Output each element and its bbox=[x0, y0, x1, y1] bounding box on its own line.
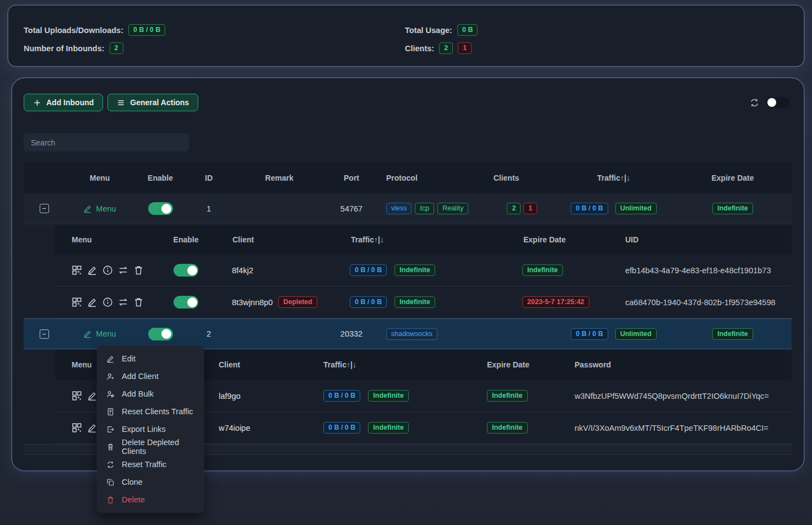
col-expire-date: Expire Date bbox=[508, 235, 610, 244]
edit-icon[interactable] bbox=[87, 265, 98, 275]
traffic-badge: 0 B / 0 B bbox=[323, 390, 360, 402]
edit-icon[interactable] bbox=[87, 423, 98, 433]
col-traffic[interactable]: Traffic↑|↓ bbox=[336, 235, 508, 244]
enable-toggle[interactable] bbox=[148, 202, 173, 215]
menu-item-add-client[interactable]: Add Client bbox=[97, 367, 204, 385]
menu-item-edit[interactable]: Edit bbox=[97, 350, 204, 367]
client-row: 8f4kj2 0 B / 0 B Indefinite Indefinite e… bbox=[55, 255, 792, 286]
menu-item-delete-depleted-clients[interactable]: Delete Depleted Clients bbox=[97, 438, 204, 456]
qr-code-icon[interactable] bbox=[72, 297, 82, 307]
file-reset-icon bbox=[106, 408, 115, 416]
inbound-port: 20332 bbox=[340, 329, 362, 338]
theme-toggle[interactable] bbox=[766, 97, 789, 108]
traffic-limit-badge: Unlimited bbox=[615, 328, 657, 340]
client-table-1: Menu Enable Client Traffic↑|↓ Expire Dat… bbox=[55, 224, 792, 318]
expire-cell: 2023-5-7 17:25:42 bbox=[508, 296, 610, 308]
expire-badge: Indefinite bbox=[712, 328, 753, 340]
menu-item-reset-clients-traffic[interactable]: Reset Clients Traffic bbox=[97, 403, 204, 420]
stat-total-usage: Total Usage: 0 B bbox=[405, 24, 478, 36]
menu-item-delete[interactable]: Delete bbox=[97, 491, 204, 508]
stats-right: Total Usage: 0 B Clients: 2 1 bbox=[405, 24, 478, 55]
inbounds-page: Total Uploads/Downloads: 0 B / 0 B Numbe… bbox=[0, 0, 812, 525]
traffic-cell: 0 B / 0 B Unlimited bbox=[554, 328, 674, 340]
collapse-row-button[interactable]: − bbox=[40, 204, 49, 213]
col-expire-date: Expire Date bbox=[711, 174, 754, 182]
client-password: nkV/I/3XoAm9v6xMT/T5IcrF4TpeTKF98rHARbRo… bbox=[560, 424, 792, 432]
toolbar: Add Inbound General Actions bbox=[24, 94, 789, 111]
transfer-icon[interactable] bbox=[118, 265, 128, 275]
plus-icon bbox=[33, 99, 41, 107]
info-icon[interactable] bbox=[102, 297, 113, 307]
info-icon[interactable] bbox=[102, 265, 113, 275]
inbound-id: 1 bbox=[207, 204, 211, 213]
qr-code-icon[interactable] bbox=[72, 423, 82, 433]
stat-label: Number of Inbounds: bbox=[24, 44, 105, 53]
refresh-icon[interactable] bbox=[750, 98, 759, 107]
user-add-icon bbox=[106, 372, 115, 381]
enable-toggle[interactable] bbox=[148, 328, 173, 340]
client-actions bbox=[55, 265, 154, 275]
client-name: 8f4kj2 bbox=[218, 266, 336, 275]
traffic-badge: 0 B / 0 B bbox=[323, 422, 360, 434]
col-remark: Remark bbox=[265, 174, 293, 182]
client-name: w74ioipe bbox=[204, 424, 308, 432]
col-traffic[interactable]: Traffic↑|↓ bbox=[597, 174, 630, 182]
edit-icon[interactable] bbox=[87, 391, 98, 401]
traffic-badge: 0 B / 0 B bbox=[350, 264, 387, 276]
transfer-icon[interactable] bbox=[118, 297, 128, 307]
enable-toggle[interactable] bbox=[174, 264, 198, 277]
network-tag: tcp bbox=[415, 203, 434, 214]
inbound-row-2: − Menu 2 20332 shadowsocks 0 B / 0 B Unl… bbox=[24, 318, 792, 349]
stat-label: Clients: bbox=[405, 44, 434, 53]
expire-badge: Indefinite bbox=[487, 422, 528, 434]
qr-code-icon[interactable] bbox=[72, 265, 82, 275]
export-icon bbox=[106, 425, 115, 434]
inbound-menu-trigger[interactable]: Menu bbox=[64, 329, 135, 338]
stat-clients: Clients: 2 1 bbox=[405, 42, 478, 55]
clients-count: 2 1 bbox=[507, 203, 537, 214]
expire-cell: Indefinite bbox=[674, 203, 792, 214]
menu-item-export-links[interactable]: Export Links bbox=[97, 420, 204, 438]
col-enable: Enable bbox=[174, 235, 199, 244]
stat-number-of-inbounds: Number of Inbounds: 2 bbox=[24, 42, 165, 55]
client-name-cell: 8t3wjnn8p0 Depleted bbox=[218, 296, 336, 308]
col-traffic[interactable]: Traffic↑|↓ bbox=[308, 360, 472, 369]
menu-item-add-bulk[interactable]: Add Bulk bbox=[97, 385, 204, 403]
stat-label: Total Usage: bbox=[405, 26, 452, 35]
inbound-menu-trigger[interactable]: Menu bbox=[64, 204, 135, 213]
col-client: Client bbox=[218, 235, 336, 244]
delete-icon bbox=[106, 496, 115, 504]
traffic-badge: 0 B / 0 B bbox=[571, 203, 608, 214]
edit-icon[interactable] bbox=[87, 297, 98, 307]
collapse-row-button[interactable]: − bbox=[40, 329, 49, 339]
client-name: 8t3wjnn8p0 bbox=[232, 298, 273, 307]
stat-value-badge: 0 B / 0 B bbox=[128, 24, 165, 36]
protocol-tag: vless bbox=[386, 203, 412, 214]
traffic-cell: 0 B / 0 B Indefinite bbox=[308, 422, 472, 434]
inbound-port: 54767 bbox=[340, 204, 362, 213]
menu-item-clone[interactable]: Clone bbox=[97, 473, 204, 491]
trash-icon[interactable] bbox=[133, 265, 144, 275]
client-row: 8t3wjnn8p0 Depleted 0 B / 0 B Indefinite… bbox=[55, 286, 792, 318]
col-client: Client bbox=[204, 360, 308, 369]
enable-toggle[interactable] bbox=[174, 296, 198, 308]
trash-icon[interactable] bbox=[133, 297, 144, 307]
edit-icon bbox=[106, 355, 115, 363]
traffic-limit-badge: Indefinite bbox=[394, 296, 435, 308]
clients-depleted-badge: 1 bbox=[458, 42, 472, 54]
traffic-badge: 0 B / 0 B bbox=[571, 328, 608, 340]
protocol-tags: shadowsocks bbox=[376, 328, 554, 340]
search-input[interactable] bbox=[24, 133, 189, 151]
toolbar-right bbox=[750, 97, 789, 108]
clients-active-badge: 2 bbox=[439, 42, 453, 54]
menu-item-reset-traffic[interactable]: Reset Traffic bbox=[97, 456, 204, 473]
stat-value-badge: 2 bbox=[110, 42, 123, 54]
add-inbound-button[interactable]: Add Inbound bbox=[24, 94, 103, 111]
col-port: Port bbox=[344, 174, 359, 182]
clients-active-badge: 2 bbox=[507, 203, 521, 214]
traffic-cell: 0 B / 0 B Unlimited bbox=[554, 203, 674, 214]
qr-code-icon[interactable] bbox=[72, 391, 82, 401]
clients-depleted-badge: 1 bbox=[523, 203, 537, 214]
general-actions-button[interactable]: General Actions bbox=[107, 94, 198, 111]
clone-icon bbox=[106, 478, 115, 486]
